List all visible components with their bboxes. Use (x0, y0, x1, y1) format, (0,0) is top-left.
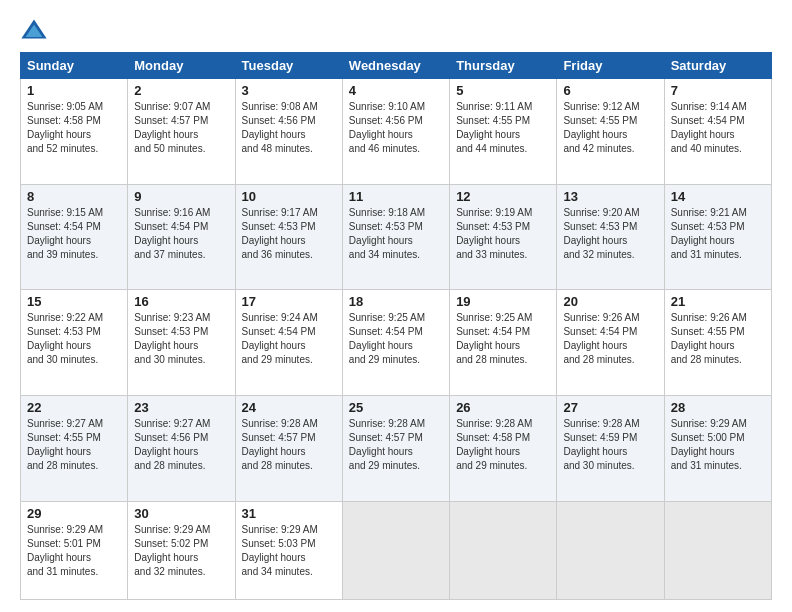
calendar-cell: 5 Sunrise: 9:11 AMSunset: 4:55 PMDayligh… (450, 79, 557, 185)
day-number: 9 (134, 189, 228, 204)
day-info: Sunrise: 9:05 AMSunset: 4:58 PMDaylight … (27, 100, 121, 156)
calendar-cell: 1 Sunrise: 9:05 AMSunset: 4:58 PMDayligh… (21, 79, 128, 185)
day-info: Sunrise: 9:23 AMSunset: 4:53 PMDaylight … (134, 311, 228, 367)
day-number: 31 (242, 506, 336, 521)
calendar-cell: 23 Sunrise: 9:27 AMSunset: 4:56 PMDaylig… (128, 395, 235, 501)
day-number: 11 (349, 189, 443, 204)
day-info: Sunrise: 9:11 AMSunset: 4:55 PMDaylight … (456, 100, 550, 156)
day-number: 18 (349, 294, 443, 309)
logo (20, 16, 52, 44)
day-number: 15 (27, 294, 121, 309)
calendar-cell: 13 Sunrise: 9:20 AMSunset: 4:53 PMDaylig… (557, 184, 664, 290)
calendar-cell: 27 Sunrise: 9:28 AMSunset: 4:59 PMDaylig… (557, 395, 664, 501)
weekday-header-friday: Friday (557, 53, 664, 79)
calendar-cell: 2 Sunrise: 9:07 AMSunset: 4:57 PMDayligh… (128, 79, 235, 185)
calendar-cell (342, 501, 449, 600)
day-number: 3 (242, 83, 336, 98)
weekday-header-saturday: Saturday (664, 53, 771, 79)
day-number: 8 (27, 189, 121, 204)
calendar-cell: 16 Sunrise: 9:23 AMSunset: 4:53 PMDaylig… (128, 290, 235, 396)
logo-icon (20, 16, 48, 44)
day-info: Sunrise: 9:18 AMSunset: 4:53 PMDaylight … (349, 206, 443, 262)
weekday-header-tuesday: Tuesday (235, 53, 342, 79)
day-number: 7 (671, 83, 765, 98)
day-info: Sunrise: 9:27 AMSunset: 4:55 PMDaylight … (27, 417, 121, 473)
day-info: Sunrise: 9:28 AMSunset: 4:57 PMDaylight … (349, 417, 443, 473)
day-info: Sunrise: 9:08 AMSunset: 4:56 PMDaylight … (242, 100, 336, 156)
day-info: Sunrise: 9:28 AMSunset: 4:57 PMDaylight … (242, 417, 336, 473)
day-number: 2 (134, 83, 228, 98)
day-number: 16 (134, 294, 228, 309)
calendar-cell: 17 Sunrise: 9:24 AMSunset: 4:54 PMDaylig… (235, 290, 342, 396)
week-row-1: 1 Sunrise: 9:05 AMSunset: 4:58 PMDayligh… (21, 79, 772, 185)
weekday-header-sunday: Sunday (21, 53, 128, 79)
day-number: 19 (456, 294, 550, 309)
day-info: Sunrise: 9:15 AMSunset: 4:54 PMDaylight … (27, 206, 121, 262)
day-number: 17 (242, 294, 336, 309)
day-info: Sunrise: 9:21 AMSunset: 4:53 PMDaylight … (671, 206, 765, 262)
day-info: Sunrise: 9:07 AMSunset: 4:57 PMDaylight … (134, 100, 228, 156)
day-info: Sunrise: 9:20 AMSunset: 4:53 PMDaylight … (563, 206, 657, 262)
day-number: 28 (671, 400, 765, 415)
calendar-cell: 24 Sunrise: 9:28 AMSunset: 4:57 PMDaylig… (235, 395, 342, 501)
calendar-cell: 22 Sunrise: 9:27 AMSunset: 4:55 PMDaylig… (21, 395, 128, 501)
calendar-cell: 19 Sunrise: 9:25 AMSunset: 4:54 PMDaylig… (450, 290, 557, 396)
calendar-cell: 7 Sunrise: 9:14 AMSunset: 4:54 PMDayligh… (664, 79, 771, 185)
day-number: 6 (563, 83, 657, 98)
day-number: 29 (27, 506, 121, 521)
calendar-cell: 8 Sunrise: 9:15 AMSunset: 4:54 PMDayligh… (21, 184, 128, 290)
weekday-header-monday: Monday (128, 53, 235, 79)
calendar-cell: 12 Sunrise: 9:19 AMSunset: 4:53 PMDaylig… (450, 184, 557, 290)
day-number: 13 (563, 189, 657, 204)
calendar-cell: 9 Sunrise: 9:16 AMSunset: 4:54 PMDayligh… (128, 184, 235, 290)
day-info: Sunrise: 9:29 AMSunset: 5:02 PMDaylight … (134, 523, 228, 579)
calendar-cell: 30 Sunrise: 9:29 AMSunset: 5:02 PMDaylig… (128, 501, 235, 600)
day-info: Sunrise: 9:26 AMSunset: 4:54 PMDaylight … (563, 311, 657, 367)
week-row-2: 8 Sunrise: 9:15 AMSunset: 4:54 PMDayligh… (21, 184, 772, 290)
calendar-cell: 25 Sunrise: 9:28 AMSunset: 4:57 PMDaylig… (342, 395, 449, 501)
day-info: Sunrise: 9:17 AMSunset: 4:53 PMDaylight … (242, 206, 336, 262)
calendar-cell: 26 Sunrise: 9:28 AMSunset: 4:58 PMDaylig… (450, 395, 557, 501)
day-number: 14 (671, 189, 765, 204)
day-info: Sunrise: 9:29 AMSunset: 5:00 PMDaylight … (671, 417, 765, 473)
weekday-header-wednesday: Wednesday (342, 53, 449, 79)
day-info: Sunrise: 9:16 AMSunset: 4:54 PMDaylight … (134, 206, 228, 262)
day-info: Sunrise: 9:29 AMSunset: 5:01 PMDaylight … (27, 523, 121, 579)
page: SundayMondayTuesdayWednesdayThursdayFrid… (0, 0, 792, 612)
day-info: Sunrise: 9:14 AMSunset: 4:54 PMDaylight … (671, 100, 765, 156)
calendar-cell: 21 Sunrise: 9:26 AMSunset: 4:55 PMDaylig… (664, 290, 771, 396)
calendar-body: 1 Sunrise: 9:05 AMSunset: 4:58 PMDayligh… (21, 79, 772, 600)
week-row-4: 22 Sunrise: 9:27 AMSunset: 4:55 PMDaylig… (21, 395, 772, 501)
week-row-5: 29 Sunrise: 9:29 AMSunset: 5:01 PMDaylig… (21, 501, 772, 600)
calendar-cell: 20 Sunrise: 9:26 AMSunset: 4:54 PMDaylig… (557, 290, 664, 396)
weekday-header-thursday: Thursday (450, 53, 557, 79)
calendar-cell: 10 Sunrise: 9:17 AMSunset: 4:53 PMDaylig… (235, 184, 342, 290)
calendar-cell (557, 501, 664, 600)
calendar-cell: 6 Sunrise: 9:12 AMSunset: 4:55 PMDayligh… (557, 79, 664, 185)
weekday-header-row: SundayMondayTuesdayWednesdayThursdayFrid… (21, 53, 772, 79)
calendar-cell: 18 Sunrise: 9:25 AMSunset: 4:54 PMDaylig… (342, 290, 449, 396)
calendar-cell: 29 Sunrise: 9:29 AMSunset: 5:01 PMDaylig… (21, 501, 128, 600)
calendar-header: SundayMondayTuesdayWednesdayThursdayFrid… (21, 53, 772, 79)
calendar-cell: 28 Sunrise: 9:29 AMSunset: 5:00 PMDaylig… (664, 395, 771, 501)
day-number: 20 (563, 294, 657, 309)
day-number: 23 (134, 400, 228, 415)
day-info: Sunrise: 9:22 AMSunset: 4:53 PMDaylight … (27, 311, 121, 367)
day-info: Sunrise: 9:26 AMSunset: 4:55 PMDaylight … (671, 311, 765, 367)
calendar-cell: 14 Sunrise: 9:21 AMSunset: 4:53 PMDaylig… (664, 184, 771, 290)
day-number: 4 (349, 83, 443, 98)
day-number: 25 (349, 400, 443, 415)
day-number: 22 (27, 400, 121, 415)
day-info: Sunrise: 9:29 AMSunset: 5:03 PMDaylight … (242, 523, 336, 579)
day-info: Sunrise: 9:27 AMSunset: 4:56 PMDaylight … (134, 417, 228, 473)
day-number: 12 (456, 189, 550, 204)
day-number: 30 (134, 506, 228, 521)
day-info: Sunrise: 9:28 AMSunset: 4:59 PMDaylight … (563, 417, 657, 473)
calendar-table: SundayMondayTuesdayWednesdayThursdayFrid… (20, 52, 772, 600)
day-number: 24 (242, 400, 336, 415)
day-info: Sunrise: 9:28 AMSunset: 4:58 PMDaylight … (456, 417, 550, 473)
week-row-3: 15 Sunrise: 9:22 AMSunset: 4:53 PMDaylig… (21, 290, 772, 396)
day-number: 27 (563, 400, 657, 415)
header (20, 16, 772, 44)
calendar-cell: 15 Sunrise: 9:22 AMSunset: 4:53 PMDaylig… (21, 290, 128, 396)
